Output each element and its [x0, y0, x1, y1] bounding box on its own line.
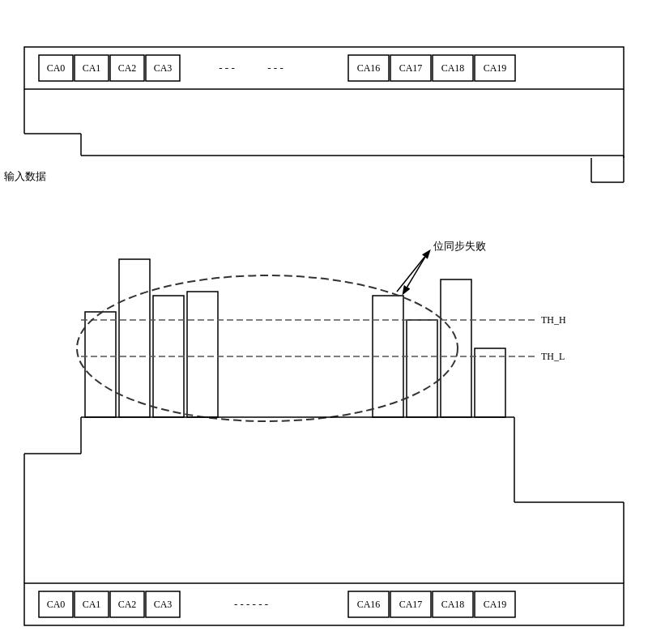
svg-text:CA2: CA2	[118, 62, 137, 74]
svg-text:CA1: CA1	[83, 599, 101, 610]
svg-rect-55	[348, 591, 389, 617]
svg-point-40	[77, 275, 458, 421]
svg-rect-28	[85, 312, 116, 417]
svg-text:CA16: CA16	[357, 62, 381, 74]
svg-line-41	[397, 251, 429, 292]
svg-rect-17	[475, 55, 515, 81]
svg-text:- - -: - - -	[267, 62, 284, 74]
diagram-container: CA0 CA1 CA2 CA3 - - - - - - CA16 CA17 CA…	[0, 0, 648, 644]
svg-rect-30	[153, 296, 184, 417]
svg-text:CA17: CA17	[399, 62, 423, 74]
svg-text:CA1: CA1	[83, 62, 101, 74]
svg-line-44	[403, 253, 428, 293]
svg-rect-15	[433, 55, 473, 81]
svg-overlay: CA0 CA1 CA2 CA3 - - - - - - CA16 CA17 CA…	[0, 0, 648, 644]
svg-rect-5	[110, 55, 144, 81]
svg-text:TH_H: TH_H	[541, 314, 566, 326]
svg-text:TH_L: TH_L	[541, 351, 565, 362]
svg-text:输入数据: 输入数据	[4, 170, 46, 182]
svg-rect-1	[39, 55, 73, 81]
svg-rect-59	[433, 591, 473, 617]
svg-rect-48	[75, 591, 109, 617]
svg-text:CA18: CA18	[441, 62, 465, 74]
svg-rect-33	[407, 320, 437, 417]
svg-rect-35	[475, 348, 505, 417]
svg-rect-11	[348, 55, 389, 81]
svg-text:CA16: CA16	[357, 599, 381, 610]
svg-rect-32	[373, 296, 403, 417]
svg-text:CA2: CA2	[118, 599, 137, 610]
svg-text:CA19: CA19	[484, 62, 507, 74]
svg-text:CA18: CA18	[441, 599, 465, 610]
svg-text:- - -: - - -	[219, 62, 235, 74]
svg-rect-13	[390, 55, 431, 81]
svg-text:CA3: CA3	[154, 599, 173, 610]
svg-text:CA17: CA17	[399, 599, 423, 610]
svg-rect-61	[475, 591, 515, 617]
svg-rect-7	[146, 55, 180, 81]
svg-rect-29	[119, 259, 150, 417]
svg-rect-34	[441, 279, 471, 417]
svg-text:位同步失败: 位同步失败	[433, 240, 486, 252]
svg-text:- - - - - -: - - - - - -	[234, 598, 268, 610]
svg-text:CA19: CA19	[484, 599, 507, 610]
svg-rect-3	[75, 55, 109, 81]
svg-rect-31	[187, 292, 218, 417]
svg-text:CA3: CA3	[154, 62, 173, 74]
svg-text:CA0: CA0	[47, 599, 66, 610]
svg-rect-52	[146, 591, 180, 617]
svg-rect-57	[390, 591, 431, 617]
svg-rect-0	[24, 47, 624, 89]
svg-rect-45	[24, 583, 624, 625]
svg-rect-50	[110, 591, 144, 617]
svg-text:CA0: CA0	[47, 62, 66, 74]
svg-rect-46	[39, 591, 73, 617]
